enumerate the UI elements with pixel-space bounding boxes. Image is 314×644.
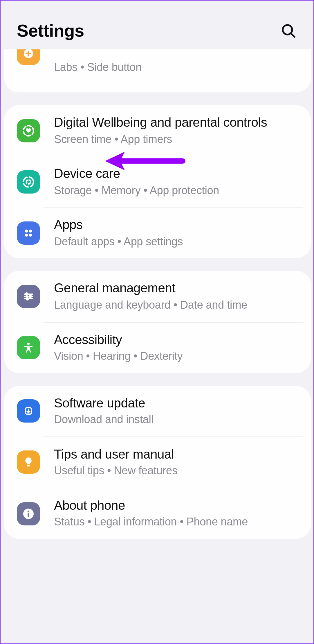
settings-group-wellbeing: Digital Wellbeing and parental controls … [4,105,311,258]
row-subtitle: Default apps • App settings [54,234,298,249]
svg-rect-4 [26,53,31,54]
row-title: Accessibility [54,332,298,348]
settings-row-apps[interactable]: Apps Default apps • App settings [4,208,311,258]
row-title: General management [54,280,298,296]
row-subtitle: Useful tips • New features [54,464,298,478]
row-title: Apps [54,217,298,233]
row-subtitle: Vision • Hearing • Dexterity [54,349,298,364]
svg-point-7 [26,180,30,184]
row-subtitle: Storage • Memory • App protection [54,183,298,198]
search-button[interactable] [279,21,298,41]
software-update-icon [17,400,40,423]
svg-point-6 [24,177,34,187]
row-title: Device care [54,166,298,182]
svg-point-13 [26,293,28,295]
svg-point-17 [26,298,28,300]
search-icon [280,23,297,39]
header: Settings [1,1,314,49]
svg-point-10 [25,233,28,236]
page-title: Settings [17,21,84,41]
settings-group-general: General management Language and keyboard… [4,271,311,373]
advanced-features-icon [17,49,40,65]
svg-point-22 [28,510,29,512]
row-title: Tips and user manual [54,446,298,462]
accessibility-icon [17,336,40,359]
row-title: Digital Wellbeing and parental controls [54,115,298,130]
settings-row-device-care[interactable]: Device care Storage • Memory • App prote… [4,156,311,207]
row-title: Software update [54,395,298,411]
settings-row-tips[interactable]: Tips and user manual Useful tips • New f… [4,437,311,488]
row-title: About phone [54,498,298,514]
wellbeing-icon [17,119,40,142]
svg-point-8 [25,229,28,232]
settings-row-about-phone[interactable]: About phone Status • Legal information •… [4,488,311,539]
about-phone-icon [17,502,40,525]
settings-row-digital-wellbeing[interactable]: Digital Wellbeing and parental controls … [4,105,311,156]
svg-point-11 [29,233,32,236]
svg-rect-20 [27,465,30,467]
apps-icon [17,221,40,245]
settings-row-general-management[interactable]: General management Language and keyboard… [4,271,311,322]
svg-point-18 [27,343,30,345]
svg-point-9 [29,229,32,232]
row-subtitle: Labs • Side button [54,60,298,75]
settings-row-advanced-features[interactable]: Advanced features Labs • Side button [4,49,311,92]
settings-row-software-update[interactable]: Software update Download and install [4,386,311,436]
device-care-icon [17,170,40,193]
settings-group-advanced: Advanced features Labs • Side button [4,49,311,92]
svg-point-15 [29,295,31,298]
svg-rect-23 [28,513,29,517]
settings-row-accessibility[interactable]: Accessibility Vision • Hearing • Dexteri… [4,322,311,373]
settings-group-system: Software update Download and install Tip… [4,386,311,539]
row-subtitle: Screen time • App timers [54,132,298,146]
row-subtitle: Download and install [54,412,298,427]
tips-icon [17,451,40,474]
general-management-icon [17,285,40,308]
row-subtitle: Status • Legal information • Phone name [54,515,298,529]
row-subtitle: Language and keyboard • Date and time [54,298,298,312]
svg-line-1 [291,33,295,37]
